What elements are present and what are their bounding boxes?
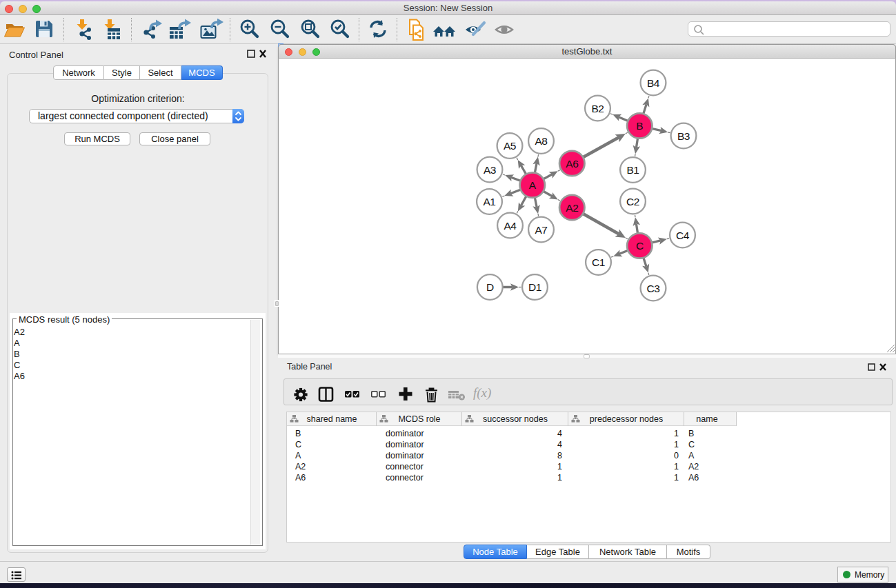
svg-text:A7: A7 [535, 224, 547, 236]
svg-text:A4: A4 [504, 220, 517, 232]
svg-text:B3: B3 [677, 130, 690, 142]
svg-text:C1: C1 [592, 256, 605, 268]
svg-text:A2: A2 [566, 202, 578, 214]
svg-text:A8: A8 [535, 135, 547, 147]
svg-text:C3: C3 [646, 283, 659, 294]
svg-text:A6: A6 [566, 158, 578, 170]
svg-text:A1: A1 [483, 196, 495, 207]
svg-text:A: A [529, 179, 537, 191]
svg-text:C2: C2 [626, 196, 639, 207]
svg-text:B4: B4 [647, 77, 660, 89]
svg-text:D1: D1 [528, 281, 541, 293]
svg-text:D: D [486, 281, 494, 293]
svg-text:B: B [636, 120, 643, 132]
svg-text:A5: A5 [504, 140, 516, 152]
svg-text:B2: B2 [591, 103, 604, 114]
svg-text:C4: C4 [676, 230, 690, 241]
svg-text:C: C [636, 240, 644, 252]
svg-text:A3: A3 [484, 164, 496, 176]
svg-text:B1: B1 [626, 164, 639, 176]
